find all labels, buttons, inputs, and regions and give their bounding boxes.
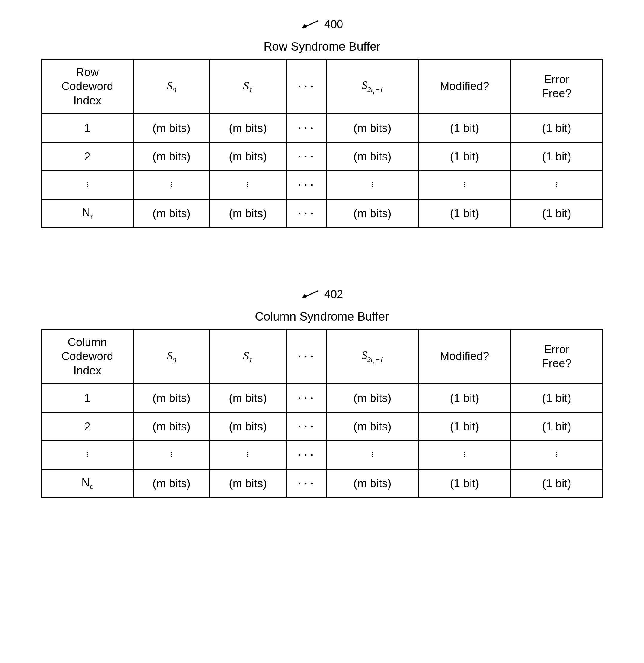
table-header-row: Column Codeword Index S0 S1 • • • S2tc−1… <box>41 329 603 384</box>
cell-vdots: ⁝ <box>210 171 286 199</box>
cell-index: 2 <box>41 142 133 171</box>
cell-s1: (m bits) <box>210 199 286 228</box>
table-row-vdots: ⁝ ⁝ ⁝ • • • ⁝ ⁝ ⁝ <box>41 441 603 469</box>
cell-slast: (m bits) <box>326 142 418 171</box>
cell-ellipsis: • • • <box>286 199 326 228</box>
cell-errorfree: (1 bit) <box>511 469 603 498</box>
figure-ref-402: 402 <box>27 288 617 301</box>
table-row: 1 (m bits) (m bits) • • • (m bits) (1 bi… <box>41 384 603 413</box>
column-syndrome-buffer-figure: 402 Column Syndrome Buffer Column Codewo… <box>27 288 617 498</box>
col-index-header: Row Codeword Index <box>41 59 133 114</box>
col-s0-header: S0 <box>133 329 210 384</box>
cell-ellipsis: • • • <box>286 114 326 142</box>
cell-errorfree: (1 bit) <box>511 142 603 171</box>
cell-slast: (m bits) <box>326 114 418 142</box>
arrow-icon <box>301 290 319 299</box>
table-row: 2 (m bits) (m bits) • • • (m bits) (1 bi… <box>41 413 603 441</box>
cell-s0: (m bits) <box>133 114 210 142</box>
cell-ellipsis: • • • <box>286 384 326 413</box>
arrow-icon <box>301 20 319 29</box>
cell-slast: (m bits) <box>326 199 418 228</box>
cell-ellipsis: • • • <box>286 142 326 171</box>
figure-ref-number: 400 <box>324 18 343 31</box>
cell-vdots: ⁝ <box>511 171 603 199</box>
cell-modified: (1 bit) <box>418 413 511 441</box>
cell-errorfree: (1 bit) <box>511 384 603 413</box>
cell-modified: (1 bit) <box>418 199 511 228</box>
col-index-header: Column Codeword Index <box>41 329 133 384</box>
col-ellipsis-header: • • • <box>286 59 326 114</box>
cell-s0: (m bits) <box>133 142 210 171</box>
col-s1-header: S1 <box>210 59 286 114</box>
cell-errorfree: (1 bit) <box>511 114 603 142</box>
cell-s0: (m bits) <box>133 384 210 413</box>
svg-marker-3 <box>301 294 307 299</box>
cell-vdots: ⁝ <box>326 171 418 199</box>
cell-ellipsis: • • • <box>286 171 326 199</box>
cell-index: 2 <box>41 413 133 441</box>
cell-index: 1 <box>41 114 133 142</box>
table-title: Column Syndrome Buffer <box>27 310 617 323</box>
cell-vdots: ⁝ <box>133 171 210 199</box>
cell-vdots: ⁝ <box>511 441 603 469</box>
cell-vdots: ⁝ <box>418 441 511 469</box>
table-row-vdots: ⁝ ⁝ ⁝ • • • ⁝ ⁝ ⁝ <box>41 171 603 199</box>
cell-s1: (m bits) <box>210 142 286 171</box>
col-s1-header: S1 <box>210 329 286 384</box>
cell-s1: (m bits) <box>210 469 286 498</box>
figure-ref-number: 402 <box>324 288 343 301</box>
table-row: 1 (m bits) (m bits) • • • (m bits) (1 bi… <box>41 114 603 142</box>
cell-s1: (m bits) <box>210 114 286 142</box>
column-syndrome-buffer-table: Column Codeword Index S0 S1 • • • S2tc−1… <box>41 329 603 498</box>
cell-errorfree: (1 bit) <box>511 413 603 441</box>
col-slast-header: S2tr−1 <box>326 59 418 114</box>
cell-vdots: ⁝ <box>41 441 133 469</box>
cell-ellipsis: • • • <box>286 469 326 498</box>
col-errorfree-header: Error Free? <box>511 329 603 384</box>
row-syndrome-buffer-table: Row Codeword Index S0 S1 • • • S2tr−1 Mo… <box>41 59 603 228</box>
cell-modified: (1 bit) <box>418 469 511 498</box>
col-slast-header: S2tc−1 <box>326 329 418 384</box>
cell-ellipsis: • • • <box>286 413 326 441</box>
col-modified-header: Modified? <box>418 59 511 114</box>
cell-errorfree: (1 bit) <box>511 199 603 228</box>
cell-s0: (m bits) <box>133 469 210 498</box>
col-errorfree-header: Error Free? <box>511 59 603 114</box>
cell-slast: (m bits) <box>326 469 418 498</box>
table-row: Nr (m bits) (m bits) • • • (m bits) (1 b… <box>41 199 603 228</box>
cell-index: Nr <box>41 199 133 228</box>
cell-index: 1 <box>41 384 133 413</box>
row-syndrome-buffer-figure: 400 Row Syndrome Buffer Row Codeword Ind… <box>27 18 617 228</box>
table-row: 2 (m bits) (m bits) • • • (m bits) (1 bi… <box>41 142 603 171</box>
table-header-row: Row Codeword Index S0 S1 • • • S2tr−1 Mo… <box>41 59 603 114</box>
col-s0-header: S0 <box>133 59 210 114</box>
cell-modified: (1 bit) <box>418 114 511 142</box>
cell-vdots: ⁝ <box>418 171 511 199</box>
figure-ref-400: 400 <box>27 18 617 31</box>
cell-modified: (1 bit) <box>418 384 511 413</box>
col-modified-header: Modified? <box>418 329 511 384</box>
cell-vdots: ⁝ <box>41 171 133 199</box>
cell-s0: (m bits) <box>133 199 210 228</box>
cell-s1: (m bits) <box>210 384 286 413</box>
col-ellipsis-header: • • • <box>286 329 326 384</box>
svg-marker-1 <box>301 24 307 29</box>
cell-s1: (m bits) <box>210 413 286 441</box>
table-row: Nc (m bits) (m bits) • • • (m bits) (1 b… <box>41 469 603 498</box>
cell-vdots: ⁝ <box>133 441 210 469</box>
cell-s0: (m bits) <box>133 413 210 441</box>
cell-vdots: ⁝ <box>210 441 286 469</box>
cell-slast: (m bits) <box>326 384 418 413</box>
cell-slast: (m bits) <box>326 413 418 441</box>
cell-modified: (1 bit) <box>418 142 511 171</box>
table-title: Row Syndrome Buffer <box>27 40 617 53</box>
cell-index: Nc <box>41 469 133 498</box>
cell-ellipsis: • • • <box>286 441 326 469</box>
cell-vdots: ⁝ <box>326 441 418 469</box>
